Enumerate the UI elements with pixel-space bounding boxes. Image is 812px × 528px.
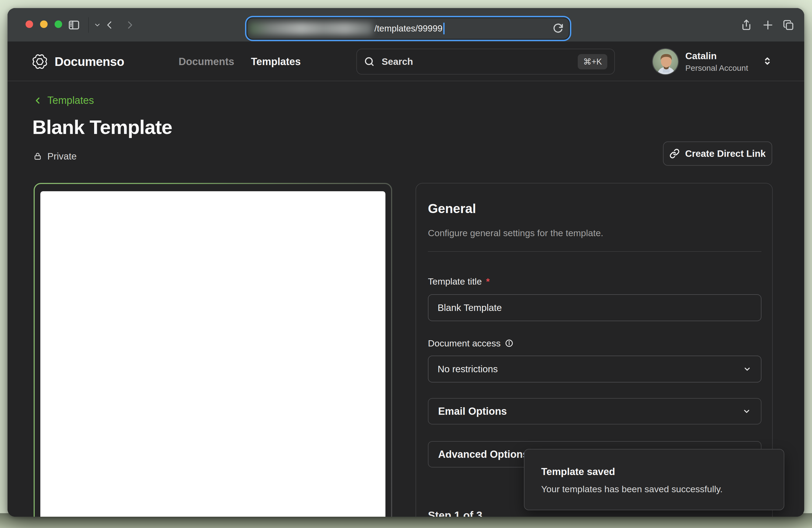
panel-heading: General (428, 202, 762, 216)
search-input[interactable]: Search ⌘+K (357, 49, 615, 74)
close-window-button[interactable] (26, 20, 33, 28)
search-icon (364, 56, 375, 67)
traffic-lights (26, 20, 62, 28)
document-access-label: Document access (428, 338, 762, 349)
template-title-label: Template title * (428, 276, 762, 287)
chevron-down-icon (93, 21, 101, 29)
account-text: Catalin Personal Account (685, 50, 748, 73)
template-preview-card (34, 183, 392, 517)
share-button[interactable] (737, 8, 756, 42)
blurred-domain (249, 22, 373, 35)
browser-toolbar: /templates/99999 (8, 8, 804, 42)
link-icon (669, 148, 680, 159)
toast-title: Template saved (541, 466, 768, 478)
email-options-section[interactable]: Email Options (428, 398, 762, 424)
reload-icon (552, 23, 564, 34)
page-title: Blank Template (32, 116, 804, 138)
info-icon[interactable] (505, 339, 513, 348)
document-access-value: No restrictions (438, 364, 498, 375)
document-access-select[interactable]: No restrictions (428, 356, 762, 382)
back-button[interactable] (102, 8, 118, 42)
toolbar-separator (88, 17, 89, 33)
search-shortcut-badge: ⌘+K (578, 54, 607, 69)
tab-overview-icon (782, 19, 794, 31)
chevron-down-icon (743, 365, 752, 373)
browser-window: /templates/99999 (8, 8, 804, 517)
toast-notification: Template saved Your templates has been s… (524, 449, 784, 510)
required-marker: * (486, 276, 490, 287)
main-content: Templates Blank Template Private Create … (8, 82, 804, 517)
template-preview-inner (35, 184, 391, 517)
primary-nav: Documents Templates (178, 42, 301, 81)
account-switcher-button[interactable] (762, 55, 773, 68)
reload-button[interactable] (552, 18, 564, 39)
forward-icon (124, 20, 135, 30)
share-icon (740, 19, 752, 31)
create-direct-link-label: Create Direct Link (685, 148, 766, 159)
breadcrumb-label: Templates (47, 95, 94, 106)
minimize-window-button[interactable] (40, 20, 48, 28)
account-name: Catalin (685, 50, 748, 61)
app-header: Documenso Documents Templates Search ⌘+K (8, 42, 804, 81)
zoom-window-button[interactable] (55, 20, 62, 28)
new-tab-button[interactable] (758, 8, 777, 42)
back-icon (104, 20, 115, 30)
chevrons-up-down-icon (762, 55, 773, 67)
visibility-label: Private (47, 151, 77, 162)
chevron-left-icon (33, 96, 43, 105)
forward-button[interactable] (121, 8, 138, 42)
create-direct-link-button[interactable]: Create Direct Link (663, 142, 772, 166)
step-indicator: Step 1 of 3 (428, 510, 762, 517)
account-menu[interactable]: Catalin Personal Account (652, 42, 773, 81)
panel-divider (428, 251, 762, 252)
address-bar[interactable]: /templates/99999 (247, 18, 569, 39)
advanced-options-label: Advanced Options (438, 449, 528, 460)
url-path-text: /templates/99999 (374, 23, 445, 34)
brand-logo[interactable]: Documenso (31, 42, 124, 81)
panel-description: Configure general settings for the templ… (428, 228, 762, 238)
new-tab-icon (762, 19, 774, 31)
url-path: /templates/99999 (374, 24, 443, 34)
account-type: Personal Account (685, 63, 748, 73)
nav-item-templates[interactable]: Templates (251, 56, 301, 68)
tab-overview-button[interactable] (779, 8, 798, 42)
email-options-label: Email Options (438, 406, 507, 417)
sidebar-toggle-button[interactable] (66, 8, 82, 42)
lock-icon (33, 152, 42, 161)
sidebar-toggle-icon (68, 19, 80, 31)
brand-name: Documenso (55, 54, 124, 69)
avatar (652, 48, 679, 75)
chevron-down-icon (742, 407, 751, 416)
text-caret (443, 23, 445, 34)
template-title-value: Blank Template (438, 302, 502, 313)
document-page (40, 191, 386, 517)
breadcrumb[interactable]: Templates (33, 95, 94, 106)
nav-item-documents[interactable]: Documents (178, 56, 234, 68)
search-placeholder: Search (382, 56, 578, 67)
toast-message: Your templates has been saved successful… (541, 484, 768, 494)
template-title-input[interactable]: Blank Template (428, 294, 762, 321)
documenso-logo-icon (31, 53, 49, 71)
